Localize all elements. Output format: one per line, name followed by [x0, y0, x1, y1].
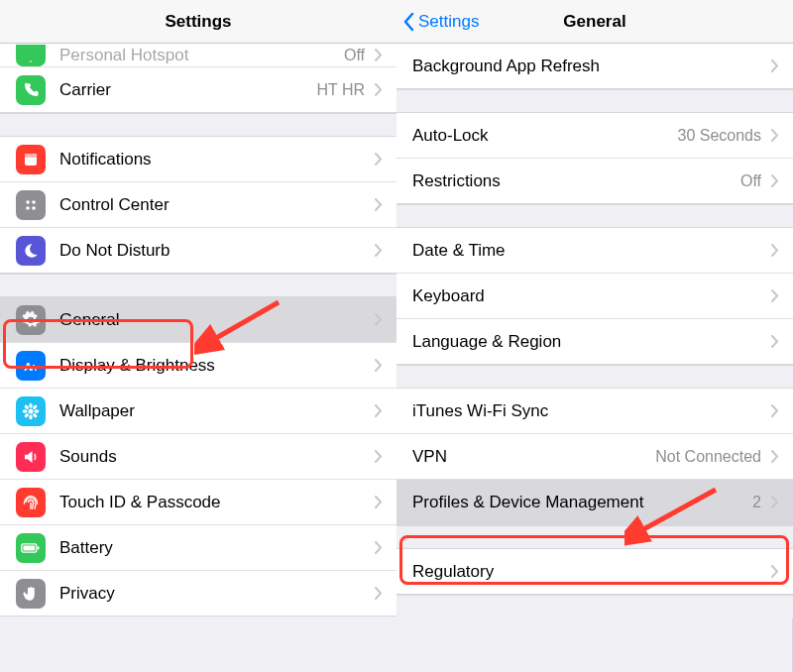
row-bg-app[interactable]: Background App Refresh	[396, 44, 793, 89]
row-value: Not Connected	[655, 448, 761, 466]
row-vpn[interactable]: VPNNot Connected	[396, 434, 793, 480]
row-itunes[interactable]: iTunes Wi-Fi Sync	[396, 389, 793, 434]
row-datetime[interactable]: Date & Time	[396, 228, 793, 274]
chevron-right-icon	[371, 244, 387, 257]
row-label: Wallpaper	[59, 401, 371, 421]
row-label: Language & Region	[412, 332, 767, 352]
svg-point-8	[29, 408, 34, 413]
row-value: HT HR	[316, 81, 365, 99]
display-icon: AA	[16, 351, 46, 381]
row-label: Do Not Disturb	[59, 241, 371, 261]
row-label: Notifications	[59, 150, 371, 169]
chevron-right-icon	[767, 289, 783, 302]
row-profiles[interactable]: Profiles & Device Management2	[396, 480, 793, 525]
settings-pane: Settings Personal Hotspot Off CarrierHT …	[0, 0, 396, 672]
svg-point-4	[26, 206, 30, 210]
svg-text:A: A	[31, 363, 37, 372]
chevron-right-icon	[767, 496, 783, 508]
chevron-right-icon	[371, 450, 387, 463]
settings-navbar: Settings	[0, 0, 396, 44]
row-touchid[interactable]: Touch ID & Passcode	[0, 480, 396, 525]
row-label: Date & Time	[412, 241, 767, 261]
battery-icon	[16, 533, 46, 563]
row-label: iTunes Wi-Fi Sync	[412, 401, 767, 421]
row-label: Restrictions	[412, 171, 740, 191]
row-value: 30 Seconds	[677, 127, 761, 145]
sounds-icon	[16, 442, 46, 472]
general-list[interactable]: Background App Refresh Auto-Lock30 Secon…	[396, 44, 793, 672]
svg-point-3	[32, 200, 36, 204]
chevron-right-icon	[767, 565, 783, 578]
row-general[interactable]: General	[0, 297, 396, 343]
settings-list[interactable]: Personal Hotspot Off CarrierHT HR Notifi…	[0, 44, 396, 672]
chevron-right-icon	[371, 404, 387, 417]
row-label: Sounds	[59, 447, 371, 467]
row-label: Profiles & Device Management	[412, 493, 752, 512]
svg-point-12	[34, 409, 39, 412]
row-autolock[interactable]: Auto-Lock30 Seconds	[396, 113, 793, 159]
row-label: Keyboard	[412, 286, 767, 306]
chevron-right-icon	[767, 404, 783, 417]
chevron-right-icon	[371, 83, 387, 96]
row-regulatory[interactable]: Regulatory	[396, 549, 793, 595]
row-value: Off	[344, 47, 365, 64]
row-restrictions[interactable]: RestrictionsOff	[396, 159, 793, 204]
chevron-right-icon	[767, 244, 783, 257]
svg-point-10	[29, 414, 32, 419]
general-pane: Settings General Background App Refresh …	[396, 0, 793, 672]
row-keyboard[interactable]: Keyboard	[396, 274, 793, 319]
chevron-right-icon	[767, 59, 783, 72]
chevron-right-icon	[767, 335, 783, 348]
row-carrier[interactable]: CarrierHT HR	[0, 67, 396, 113]
row-wallpaper[interactable]: Wallpaper	[0, 389, 396, 434]
back-button[interactable]: Settings	[396, 12, 479, 32]
chevron-left-icon	[402, 12, 414, 32]
chevron-right-icon	[767, 129, 783, 142]
row-label: Battery	[59, 538, 371, 558]
chevron-right-icon	[371, 359, 387, 372]
moon-icon	[16, 236, 46, 266]
hand-icon	[16, 579, 46, 609]
chevron-right-icon	[371, 587, 387, 600]
row-lang[interactable]: Language & Region	[396, 319, 793, 365]
row-notifications[interactable]: Notifications	[0, 137, 396, 182]
row-label: Display & Brightness	[59, 356, 371, 376]
row-sounds[interactable]: Sounds	[0, 434, 396, 480]
svg-point-15	[24, 412, 30, 418]
svg-rect-19	[38, 546, 40, 549]
row-controlcenter[interactable]: Control Center	[0, 182, 396, 228]
row-value: Off	[740, 172, 761, 190]
svg-point-2	[26, 200, 30, 204]
row-label: Regulatory	[412, 562, 767, 582]
notifications-icon	[16, 145, 46, 174]
row-battery[interactable]: Battery	[0, 525, 396, 571]
control-center-icon	[16, 190, 46, 220]
chevron-right-icon	[767, 450, 783, 463]
svg-point-16	[32, 412, 38, 418]
chevron-right-icon	[767, 174, 783, 187]
fingerprint-icon	[16, 488, 46, 517]
row-dnd[interactable]: Do Not Disturb	[0, 228, 396, 274]
svg-rect-1	[25, 154, 37, 158]
row-label: Privacy	[59, 584, 371, 604]
chevron-right-icon	[371, 496, 387, 508]
row-label: Personal Hotspot	[59, 46, 344, 65]
chevron-right-icon	[371, 198, 387, 211]
row-display[interactable]: AADisplay & Brightness	[0, 343, 396, 389]
phone-icon	[16, 75, 46, 105]
row-label: Background App Refresh	[412, 56, 767, 76]
row-label: Control Center	[59, 195, 371, 215]
link-icon	[16, 45, 46, 66]
chevron-right-icon	[371, 313, 387, 326]
row-privacy[interactable]: Privacy	[0, 571, 396, 616]
row-label: Carrier	[59, 80, 316, 100]
svg-rect-18	[24, 545, 36, 550]
gear-icon	[16, 305, 46, 335]
row-label: Auto-Lock	[412, 126, 677, 146]
chevron-right-icon	[371, 49, 387, 61]
back-label: Settings	[418, 12, 479, 32]
row-personal-hotspot[interactable]: Personal Hotspot Off	[0, 44, 396, 67]
general-navbar: Settings General	[396, 0, 793, 44]
row-label: General	[59, 310, 371, 330]
svg-point-9	[29, 402, 32, 407]
